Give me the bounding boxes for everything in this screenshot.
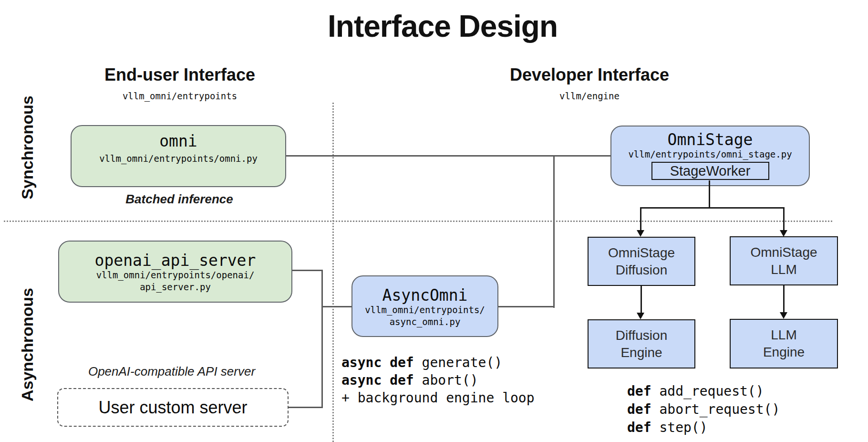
llm-engine-line1: LLM	[771, 326, 796, 344]
code-line-abort: async def abort()	[341, 371, 535, 389]
openai-api-server-title: openai_api_server	[95, 252, 256, 269]
batched-inference-caption: Batched inference	[72, 192, 287, 207]
branch-left-drop-line	[640, 207, 641, 232]
stageworker-stem-line	[709, 180, 710, 208]
openai-api-server-path-line1: vllm_omni/entrypoints/openai/	[96, 269, 255, 281]
arrowhead-to-stage-llm	[780, 230, 787, 237]
arrowhead-to-stage-diffusion	[637, 230, 644, 237]
omni-stage-llm-line2: LLM	[771, 261, 796, 278]
async-omni-title: AsyncOmni	[382, 287, 468, 304]
omni-box: omni vllm_omni/entrypoints/omni.py	[71, 125, 286, 187]
omni-stage-llm-box: OmniStage LLM	[730, 236, 838, 285]
interface-design-diagram: Interface Design End-user Interface vllm…	[0, 0, 868, 442]
llm-engine-line2: Engine	[763, 344, 805, 361]
openai-api-server-box: openai_api_server vllm_omni/entrypoints/…	[58, 241, 292, 303]
omni-stage-diffusion-line2: Diffusion	[616, 262, 667, 279]
omni-stage-diffusion-box: OmniStage Diffusion	[588, 237, 695, 286]
page-title: Interface Design	[252, 9, 633, 44]
diffusion-engine-line2: Engine	[620, 344, 662, 361]
keyword: def	[627, 383, 651, 399]
code-text: add_request()	[651, 383, 764, 399]
llm-arrow-line	[783, 285, 785, 313]
async-code-block: async def generate() async def abort() +…	[341, 354, 535, 407]
code-text: generate()	[414, 355, 502, 370]
code-line-abort-request: def abort_request()	[627, 400, 780, 419]
keyword: def	[627, 420, 651, 435]
branch-horizontal-line	[640, 207, 785, 209]
connector-omni-omnistage	[286, 155, 610, 157]
openai-api-server-path-line2: api_server.py	[140, 281, 211, 293]
user-custom-server-label: User custom server	[98, 398, 247, 418]
arrowhead-to-diffusion-engine	[637, 313, 644, 319]
end-user-interface-heading: End-user Interface	[61, 65, 299, 85]
connector-junction-vertical	[553, 155, 555, 308]
connector-left-junction-vertical	[321, 270, 323, 408]
stage-worker-label: StageWorker	[670, 163, 751, 179]
code-line-add-request: def add_request()	[627, 382, 780, 400]
branch-right-drop-line	[783, 207, 785, 232]
user-custom-server-box: User custom server	[57, 388, 289, 427]
connector-usercustom-out	[286, 407, 323, 408]
vertical-divider-dotted-line	[332, 103, 334, 442]
end-user-interface-path: vllm_omni/entrypoints	[61, 91, 299, 101]
synchronous-axis-label: Synchronous	[16, 90, 39, 205]
horizontal-divider-dotted-line	[4, 221, 832, 222]
keyword: def	[627, 401, 651, 417]
omni-stage-path: vllm/entrypoints/omni_stage.py	[628, 148, 792, 160]
keyword: async def	[341, 355, 414, 370]
code-text: step()	[651, 420, 708, 435]
omni-box-path: vllm_omni/entrypoints/omni.py	[99, 153, 258, 165]
arrowhead-to-llm-engine	[780, 312, 787, 319]
openai-compatible-caption: OpenAI-compatible API server	[52, 364, 291, 379]
connector-asyncomni-left	[323, 306, 351, 307]
connector-openai-out	[292, 270, 323, 271]
developer-interface-path: vllm/engine	[470, 91, 709, 101]
connector-asyncomni-right	[498, 306, 555, 307]
async-omni-box: AsyncOmni vllm_omni/entrypoints/ async_o…	[351, 275, 498, 337]
code-text: + background engine loop	[341, 390, 535, 406]
async-omni-path-line2: async_omni.py	[390, 316, 461, 328]
asynchronous-axis-label: Asynchronous	[16, 287, 39, 402]
stage-worker-box: StageWorker	[651, 162, 769, 180]
omni-stage-diffusion-line1: OmniStage	[608, 244, 675, 262]
def-code-block: def add_request() def abort_request() de…	[627, 382, 780, 437]
diffusion-arrow-line	[641, 286, 642, 314]
code-text: abort_request()	[651, 401, 780, 417]
code-line-background-loop: + background engine loop	[341, 389, 535, 407]
diffusion-engine-box: Diffusion Engine	[588, 319, 695, 368]
keyword: async def	[341, 372, 414, 388]
async-omni-path-line1: vllm_omni/entrypoints/	[365, 304, 485, 316]
developer-interface-heading: Developer Interface	[470, 65, 709, 85]
code-text: abort()	[414, 372, 478, 388]
omni-stage-box: OmniStage vllm/entrypoints/omni_stage.py…	[610, 126, 810, 186]
llm-engine-box: LLM Engine	[730, 319, 838, 368]
omni-stage-llm-line1: OmniStage	[750, 244, 817, 261]
code-line-generate: async def generate()	[341, 354, 535, 371]
omni-stage-title: OmniStage	[668, 131, 753, 148]
omni-box-title: omni	[159, 133, 197, 150]
diffusion-engine-line1: Diffusion	[616, 327, 667, 344]
code-line-step: def step()	[627, 419, 780, 437]
